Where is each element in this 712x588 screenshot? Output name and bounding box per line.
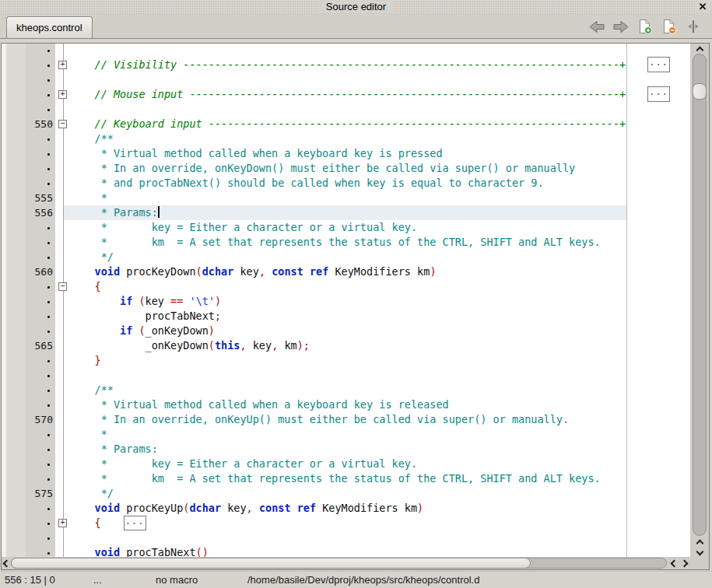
line-dot xyxy=(2,397,54,412)
split-view-button[interactable] xyxy=(685,19,702,34)
horizontal-scrollbar-thumb[interactable] xyxy=(11,558,531,569)
line-dot xyxy=(2,72,54,87)
line-number: 550 xyxy=(2,117,54,131)
line-dot xyxy=(2,471,54,486)
code-line[interactable]: + // Mouse input -----------------------… xyxy=(2,87,690,102)
code-line[interactable]: 565 _onKeyDown(this, key, km); xyxy=(2,338,690,353)
code-text: void procKeyUp(dchar key, const ref KeyM… xyxy=(69,501,423,516)
scroll-left-button-right[interactable] xyxy=(669,558,679,568)
horizontal-scrollbar[interactable] xyxy=(2,557,709,569)
code-text: * Virtual method called when a keyboard … xyxy=(69,146,443,161)
code-text: * key = Either a character or a virtual … xyxy=(69,457,417,471)
code-line[interactable]: * and procTabNext() should be called whe… xyxy=(2,176,690,191)
code-text: // Visibility --------------------------… xyxy=(69,58,626,72)
code-line[interactable]: 550− // Keyboard input -----------------… xyxy=(2,117,690,131)
code-text: * km = A set that represents the status … xyxy=(69,235,601,250)
folded-code-ellipsis[interactable]: ... xyxy=(647,57,670,72)
navigate-forward-button[interactable] xyxy=(612,19,630,34)
code-line[interactable]: procTabNext; xyxy=(2,309,690,324)
chevron-left-icon xyxy=(670,559,678,567)
code-line[interactable]: */ xyxy=(2,250,690,264)
fold-collapse-icon[interactable]: − xyxy=(58,120,67,128)
code-line[interactable]: + // Visibility ------------------------… xyxy=(2,58,690,72)
line-dot xyxy=(2,294,54,309)
code-line[interactable]: 570 * In an override, onKeyUp() must eit… xyxy=(2,412,690,427)
code-line[interactable] xyxy=(2,72,690,87)
code-line[interactable]: * Virtual method called when a keyboard … xyxy=(2,146,690,161)
folded-code-ellipsis[interactable]: ... xyxy=(647,86,670,102)
new-document-button[interactable] xyxy=(637,19,654,34)
code-line[interactable]: /** xyxy=(2,131,690,146)
code-line[interactable]: * key = Either a character or a virtual … xyxy=(2,220,690,235)
scroll-left-button[interactable] xyxy=(2,558,11,568)
code-line[interactable]: void procTabNext() xyxy=(2,545,690,557)
line-dot xyxy=(2,457,54,471)
scroll-right-button[interactable] xyxy=(679,558,689,568)
line-dot xyxy=(2,353,54,368)
code-line[interactable]: + {... xyxy=(2,516,690,530)
scroll-down-button[interactable] xyxy=(695,547,704,556)
code-line[interactable] xyxy=(2,368,690,383)
code-line[interactable]: 555 * xyxy=(2,191,690,205)
code-text: * km = A set that represents the status … xyxy=(69,471,601,486)
navigate-back-button[interactable] xyxy=(588,19,605,34)
line-number: 575 xyxy=(2,486,54,501)
line-dot xyxy=(2,545,54,557)
code-line[interactable] xyxy=(2,102,690,117)
vertical-scrollbar-thumb[interactable] xyxy=(693,83,707,100)
caret-position: 556 : 15 | 0 xyxy=(5,572,55,588)
code-line[interactable]: * xyxy=(2,427,690,442)
tab-kheops-control[interactable]: kheops.control xyxy=(6,16,93,38)
vertical-scrollbar-track[interactable] xyxy=(693,54,707,536)
tab-label: kheops.control xyxy=(16,22,82,33)
code-line[interactable] xyxy=(2,530,690,545)
line-dot xyxy=(2,146,54,161)
code-line[interactable]: * km = A set that represents the status … xyxy=(2,235,690,250)
code-line[interactable]: if (key == '\t') xyxy=(2,294,690,309)
code-line[interactable]: 560 void procKeyDown(dchar key, const re… xyxy=(2,264,690,279)
line-dot xyxy=(2,442,54,457)
code-text: * Params: xyxy=(69,205,160,220)
line-dot xyxy=(2,309,54,324)
source-editor-window: Source editor ✕ kheops.control xyxy=(0,0,712,588)
file-path: /home/basile/Dev/dproj/kheops/src/kheops… xyxy=(247,572,479,588)
code-line[interactable]: void procKeyUp(dchar key, const ref KeyM… xyxy=(2,501,690,516)
code-line[interactable]: * Virtual method called when a keyboard … xyxy=(2,397,690,412)
fold-expand-icon[interactable]: + xyxy=(58,61,67,69)
code-line[interactable]: if (_onKeyDown) xyxy=(2,324,690,338)
chevron-up-icon xyxy=(696,46,703,54)
vertical-scrollbar[interactable] xyxy=(690,44,709,557)
code-line[interactable]: /** xyxy=(2,383,690,397)
code-text: * In an override, onKeyUp() must either … xyxy=(69,412,569,427)
code-text: * key = Either a character or a virtual … xyxy=(69,220,417,235)
code-line[interactable]: * km = A set that represents the status … xyxy=(2,471,690,486)
fold-expand-icon[interactable]: + xyxy=(58,90,67,99)
code-editor[interactable]: + // Visibility ------------------------… xyxy=(2,44,690,557)
line-number: 556 xyxy=(2,205,54,220)
code-line[interactable]: * Params: xyxy=(2,442,690,457)
code-text: if (_onKeyDown) xyxy=(69,324,215,338)
code-line[interactable]: * key = Either a character or a virtual … xyxy=(2,457,690,471)
editor-control: + // Visibility ------------------------… xyxy=(1,43,710,570)
code-line[interactable]: − { xyxy=(2,279,690,294)
code-line[interactable]: } xyxy=(2,353,690,368)
close-document-button[interactable] xyxy=(661,19,678,34)
code-line[interactable]: * In an override, onKeyDown() must eithe… xyxy=(2,161,690,176)
code-rows: + // Visibility ------------------------… xyxy=(2,44,690,557)
code-line[interactable]: 575 */ xyxy=(2,486,690,501)
code-line[interactable] xyxy=(2,44,690,58)
close-icon[interactable]: ✕ xyxy=(696,0,709,13)
fold-expand-icon[interactable]: + xyxy=(58,519,67,527)
fold-collapse-icon[interactable]: − xyxy=(58,282,67,291)
line-dot xyxy=(2,427,54,442)
code-text: // Mouse input -------------------------… xyxy=(69,87,626,102)
code-text: _onKeyDown(this, key, km); xyxy=(69,338,310,353)
notebook-page: + // Visibility ------------------------… xyxy=(0,39,712,571)
code-line[interactable]: 556 * Params: xyxy=(2,205,690,220)
code-text: * and procTabNext() should be called whe… xyxy=(69,176,544,191)
chevron-right-icon xyxy=(680,559,688,567)
code-text: // Keyboard input ----------------------… xyxy=(69,117,626,131)
line-dot xyxy=(2,501,54,516)
code-text: procTabNext; xyxy=(69,309,221,324)
folded-code-ellipsis[interactable]: ... xyxy=(124,516,146,530)
